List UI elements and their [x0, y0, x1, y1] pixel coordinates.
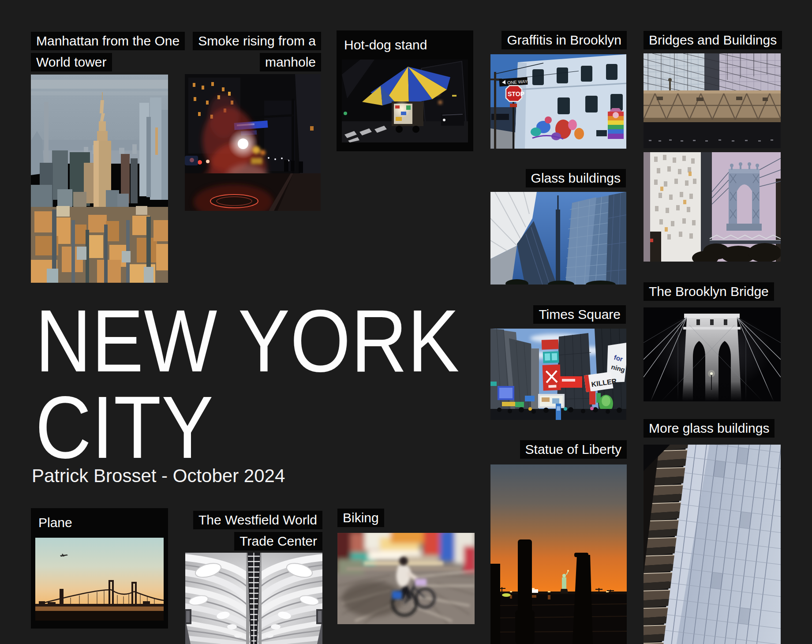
caption-statue: Statue of Liberty — [520, 440, 627, 459]
caption-graffiti: Graffitis in Brooklyn — [501, 31, 627, 49]
caption-more-glass: More glass buildings — [644, 419, 775, 438]
manhattan-bridge-art — [644, 152, 781, 262]
photo-glass-buildings[interactable] — [490, 192, 626, 285]
photo-smoke-manhole[interactable] — [185, 74, 321, 211]
photo-hotdog-stand — [342, 60, 468, 142]
caption-westfield-line2: Trade Center — [234, 532, 322, 550]
westfield-oculus-art — [185, 553, 322, 644]
caption-hotdog: Hot-dog stand — [344, 38, 427, 52]
manhattan-skyline-art — [31, 75, 168, 283]
photo-biking[interactable] — [337, 533, 475, 624]
times-square-art: for ning KILLER — [490, 329, 626, 420]
photo-brooklyn-bridge[interactable] — [644, 307, 781, 401]
title-line-2: CITY — [35, 378, 213, 476]
graffiti-brooklyn-art: ONE WAY STOP — [490, 54, 626, 149]
page-title: NEW YORK CITY — [35, 298, 460, 471]
photo-graffiti-brooklyn[interactable]: ONE WAY STOP — [490, 54, 626, 149]
card-hotdog-stand[interactable]: Hot-dog stand — [337, 30, 473, 151]
gallery-page: Manhattan from the One World tower Smoke… — [0, 0, 812, 644]
statue-of-liberty-art — [490, 464, 627, 644]
page-subtitle: Patrick Brosset - October 2024 — [32, 466, 285, 486]
caption-brooklyn-bridge: The Brooklyn Bridge — [644, 282, 774, 301]
caption-plane: Plane — [38, 516, 72, 529]
caption-manhattan-line1: Manhattan from the One — [31, 32, 185, 50]
bridge-tower — [726, 162, 762, 231]
photo-bridge-truss[interactable] — [644, 53, 781, 148]
photo-westfield-oculus[interactable] — [185, 553, 322, 644]
more-glass-buildings-art — [644, 445, 781, 644]
caption-biking: Biking — [337, 509, 384, 527]
biking-art — [337, 533, 475, 624]
photo-manhattan-skyline[interactable] — [31, 75, 168, 283]
photo-more-glass-buildings[interactable] — [644, 445, 781, 644]
caption-manhattan-line2: World tower — [31, 53, 112, 71]
card-plane[interactable]: Plane — [31, 508, 168, 629]
caption-times-square: Times Square — [533, 305, 626, 324]
caption-smoke-line2: manhole — [260, 53, 321, 71]
stop-sign-text: STOP — [508, 90, 524, 97]
glass-buildings-art — [490, 192, 626, 285]
hotdog-stand-art — [342, 60, 468, 142]
caption-glass: Glass buildings — [526, 169, 626, 187]
photo-plane — [35, 538, 164, 621]
bridge-truss-art — [644, 53, 781, 148]
plane-art — [35, 538, 164, 621]
smoke-manhole-art — [185, 74, 321, 211]
photo-manhattan-bridge[interactable] — [644, 152, 781, 262]
photo-statue-of-liberty[interactable] — [490, 464, 627, 644]
caption-westfield-line1: The Westfield World — [193, 511, 322, 529]
brooklyn-bridge-art — [644, 307, 781, 401]
caption-smoke-line1: Smoke rising from a — [193, 32, 321, 50]
photo-times-square[interactable]: for ning KILLER — [490, 329, 626, 420]
title-line-1: NEW YORK — [35, 292, 460, 390]
caption-bridges: Bridges and Buildings — [644, 31, 782, 49]
